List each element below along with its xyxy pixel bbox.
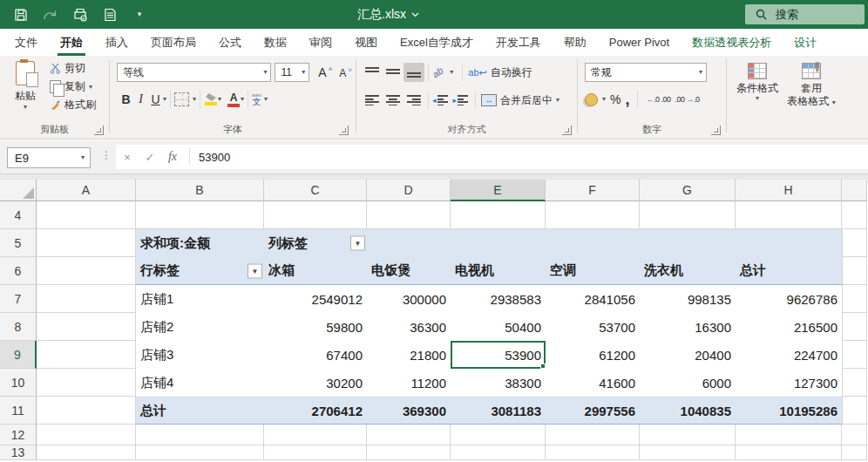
cell-E12[interactable]: [451, 425, 546, 445]
cell-partial-13[interactable]: [842, 445, 867, 460]
cell-partial-4[interactable]: [842, 201, 867, 229]
cell-B12[interactable]: [136, 425, 264, 445]
print-icon[interactable]: [71, 6, 89, 24]
cell-partial-10[interactable]: [842, 369, 867, 397]
phonetic-chevron-icon[interactable]: ▾: [264, 96, 268, 103]
column-header-B[interactable]: B: [136, 180, 264, 201]
number-dialog-launcher-icon[interactable]: [711, 126, 721, 135]
row-header-10[interactable]: 10: [0, 369, 37, 397]
tab-excel-self-study[interactable]: Excel自学成才: [389, 29, 485, 56]
cell-F5[interactable]: [546, 229, 640, 257]
cell-C5[interactable]: 列标签▼: [264, 229, 367, 257]
alignment-dialog-launcher-icon[interactable]: [562, 126, 572, 135]
font-color-chevron-icon[interactable]: ▾: [241, 96, 244, 103]
row-header-6[interactable]: 6: [0, 257, 37, 285]
enter-button[interactable]: ✓: [139, 145, 161, 169]
tab-file[interactable]: 文件: [3, 29, 49, 56]
bottom-align-button[interactable]: [403, 63, 424, 82]
cell-F11[interactable]: 2997556: [546, 397, 640, 425]
align-center-button[interactable]: [383, 91, 403, 110]
clipboard-dialog-launcher-icon[interactable]: [94, 126, 104, 135]
cell-F4[interactable]: [546, 201, 640, 229]
column-header-E[interactable]: E: [451, 180, 546, 201]
column-header-D[interactable]: D: [367, 180, 451, 201]
increase-decimal-button[interactable]: ←.0 .00: [646, 95, 670, 104]
cell-A7[interactable]: [37, 285, 136, 313]
cell-C8[interactable]: 59800: [264, 313, 367, 341]
cell-A12[interactable]: [37, 425, 136, 445]
cell-C6[interactable]: 冰箱: [264, 257, 367, 285]
phonetic-guide-button[interactable]: wén文: [252, 92, 261, 106]
cell-A11[interactable]: [37, 397, 136, 425]
tab-page-layout[interactable]: 页面布局: [139, 29, 207, 56]
cell-A9[interactable]: [37, 341, 136, 369]
cell-A4[interactable]: [37, 201, 136, 229]
paste-button[interactable]: 粘贴 ▾: [5, 61, 45, 111]
insert-function-button[interactable]: fx: [161, 145, 184, 169]
align-left-button[interactable]: [362, 91, 383, 110]
column-header-F[interactable]: F: [546, 180, 640, 201]
cell-F8[interactable]: 53700: [546, 313, 640, 341]
cell-H9[interactable]: 224700: [736, 341, 842, 369]
underline-chevron-icon[interactable]: ▾: [163, 96, 166, 103]
cell-C11[interactable]: 2706412: [264, 397, 367, 425]
shrink-font-button[interactable]: A˅: [336, 66, 356, 79]
tab-data[interactable]: 数据: [253, 29, 298, 56]
cell-A13[interactable]: [37, 445, 136, 460]
customize-qat-icon[interactable]: ▾: [131, 6, 148, 24]
copy-button[interactable]: 复制 ▾: [48, 78, 98, 96]
format-as-table-button[interactable]: 🖉 套用 表格格式 ▾: [784, 63, 838, 108]
cell-C13[interactable]: [264, 445, 367, 460]
cell-H7[interactable]: 9626786: [736, 285, 842, 313]
cell-F13[interactable]: [546, 445, 640, 460]
cell-E10[interactable]: 38300: [451, 369, 546, 397]
row-header-13[interactable]: 13: [0, 445, 37, 460]
cell-G12[interactable]: [640, 425, 736, 445]
select-all-button[interactable]: [0, 180, 37, 201]
decrease-indent-button[interactable]: ◂: [432, 95, 448, 105]
middle-align-button[interactable]: [383, 63, 403, 82]
accounting-format-icon[interactable]: [585, 93, 598, 106]
fill-color-button[interactable]: [204, 93, 218, 105]
row-header-12[interactable]: 12: [0, 425, 37, 445]
format-painter-button[interactable]: 格式刷: [48, 96, 98, 114]
cell-partial-5[interactable]: [842, 229, 867, 257]
name-box[interactable]: E9 ▾: [7, 147, 91, 168]
cell-G8[interactable]: 16300: [640, 313, 736, 341]
cell-B13[interactable]: [136, 445, 264, 460]
redo-icon[interactable]: [42, 6, 59, 24]
filter-button-column-labels[interactable]: ▼: [350, 236, 365, 251]
cell-F12[interactable]: [546, 425, 640, 445]
conditional-formatting-button[interactable]: 条件格式 ▾: [730, 63, 784, 102]
cell-D12[interactable]: [367, 425, 451, 445]
row-header-11[interactable]: 11: [0, 397, 37, 425]
filter-button-row-labels[interactable]: ▼: [248, 263, 262, 278]
cell-partial-11[interactable]: [842, 397, 867, 425]
cell-D9[interactable]: 21800: [367, 341, 451, 369]
print-preview-icon[interactable]: [101, 6, 119, 24]
cell-B7[interactable]: 店铺1: [136, 285, 264, 313]
borders-chevron-icon[interactable]: ▾: [193, 96, 196, 103]
cell-B10[interactable]: 店铺4: [136, 369, 264, 397]
cell-G6[interactable]: 洗衣机: [640, 257, 736, 285]
cell-A6[interactable]: [37, 257, 136, 285]
cell-E4[interactable]: [451, 201, 546, 229]
grow-font-button[interactable]: A˄: [315, 65, 336, 79]
cell-D11[interactable]: 369300: [367, 397, 451, 425]
accounting-chevron-icon[interactable]: ▾: [602, 96, 606, 103]
cell-G9[interactable]: 20400: [640, 341, 736, 369]
cell-C4[interactable]: [264, 201, 367, 229]
bold-button[interactable]: B: [119, 92, 133, 106]
align-right-button[interactable]: [403, 91, 424, 110]
tab-help[interactable]: 帮助: [553, 29, 598, 56]
cell-H8[interactable]: 216500: [736, 313, 842, 341]
cell-G4[interactable]: [640, 201, 736, 229]
tab-insert[interactable]: 插入: [94, 29, 139, 56]
cell-B8[interactable]: 店铺2: [136, 313, 264, 341]
cell-B6[interactable]: 行标签▼: [136, 257, 264, 285]
column-header-C[interactable]: C: [264, 180, 367, 201]
cell-F6[interactable]: 空调: [546, 257, 640, 285]
formula-bar-grip-icon[interactable]: ⋮: [101, 149, 112, 161]
cell-D10[interactable]: 11200: [367, 369, 451, 397]
merge-center-button[interactable]: ↔ 合并后居中 ▾: [479, 92, 561, 110]
